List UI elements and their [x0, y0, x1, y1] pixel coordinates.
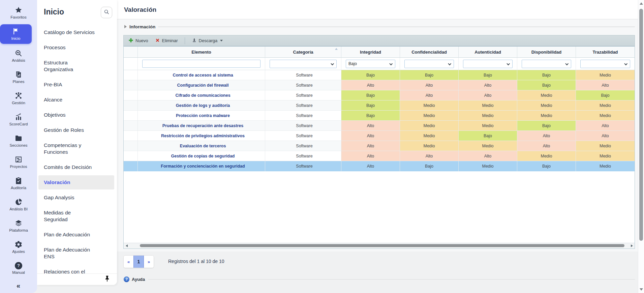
table-row[interactable]: Restricción de privilegios administrativ… — [124, 131, 635, 141]
elemento-link[interactable]: Control de accesos al sistema — [173, 73, 233, 78]
elemento-link[interactable]: Gestión de logs y auditoría — [176, 103, 230, 108]
integridad-filter-select[interactable]: Bajo — [346, 60, 395, 68]
sidebar-item-objetivos[interactable]: Objetivos — [44, 112, 112, 118]
row-selector-cell[interactable] — [124, 121, 138, 131]
row-selector-cell[interactable] — [124, 161, 138, 171]
sidebar-item-gap-analysis[interactable]: Gap Analysis — [44, 194, 112, 201]
scroll-down-button[interactable] — [638, 288, 644, 291]
collapse-section-icon[interactable] — [124, 25, 127, 28]
column-header-confidencialidad[interactable]: Confidencialidad — [400, 47, 459, 58]
collapse-sidebar-button[interactable]: « — [17, 282, 21, 290]
first-page-button[interactable]: « — [124, 256, 133, 268]
disponibilidad-value-cell: Alto — [517, 131, 576, 141]
elemento-link[interactable]: Configuración del firewall — [177, 83, 229, 88]
categoria-filter-select[interactable] — [270, 60, 337, 68]
last-page-button[interactable]: » — [144, 256, 154, 268]
column-header-elemento[interactable]: Elemento — [138, 47, 265, 58]
sidebar-item-pre-bia[interactable]: Pre-BIA — [44, 81, 112, 88]
scroll-up-button[interactable] — [638, 2, 644, 5]
sidebar-item-medidas-de-seguridad[interactable]: Medidas de Seguridad — [44, 209, 112, 223]
search-icon — [104, 9, 110, 16]
table-row[interactable]: Pruebas de recuperación ante desastresSo… — [124, 121, 635, 131]
download-button[interactable]: Descarga — [189, 36, 226, 45]
row-selector-cell[interactable] — [124, 80, 138, 90]
elemento-link[interactable]: Gestión de copias de seguridad — [171, 154, 235, 158]
row-selector-cell[interactable] — [124, 70, 138, 80]
search-button[interactable] — [101, 7, 112, 18]
filter-cell-integridad: Bajo — [341, 58, 400, 70]
rail-item-gestion[interactable]: Gestión — [0, 88, 37, 109]
help-icon[interactable]: ? — [124, 276, 129, 282]
rail-item-manual[interactable]: ?Manual — [0, 258, 37, 279]
elemento-link[interactable]: Protección contra malware — [176, 113, 230, 118]
rail-item-ajustes[interactable]: Ajustes — [0, 236, 37, 258]
column-header-autenticidad[interactable]: Autenticidad — [459, 47, 517, 58]
table-row[interactable]: Control de accesos al sistemaSoftwareBaj… — [124, 70, 635, 80]
horizontal-scrollbar[interactable] — [124, 243, 635, 248]
elemento-link[interactable]: Evaluación de terceros — [180, 144, 226, 148]
elemento-link[interactable]: Formación y concienciación en seguridad — [161, 164, 245, 169]
row-selector-cell[interactable] — [124, 111, 138, 121]
column-header-disponibilidad[interactable]: Disponibilidad — [517, 47, 576, 58]
scroll-left-button[interactable] — [124, 243, 129, 248]
new-button[interactable]: Nuevo — [126, 36, 151, 45]
table-row[interactable]: Configuración del firewallSoftwareAltoAl… — [124, 80, 635, 90]
delete-button[interactable]: Eliminar — [152, 36, 181, 45]
elemento-link[interactable]: Restricción de privilegios administrativ… — [161, 134, 245, 138]
row-selector-cell[interactable] — [124, 90, 138, 100]
row-selector-cell[interactable] — [124, 100, 138, 111]
column-header-categoria[interactable]: Categoría — [265, 47, 341, 58]
row-selector-cell[interactable] — [124, 131, 138, 141]
rail-item-auditoria[interactable]: Auditoría — [0, 173, 37, 194]
rail-item-plataforma[interactable]: Plataforma — [0, 215, 37, 236]
rail-item-analisis-bi[interactable]: Análisis BI — [0, 194, 37, 215]
sidebar-item-catalogo-de-servicios[interactable]: Catálogo de Servicios — [44, 29, 112, 36]
rail-item-scorecard[interactable]: ScoreCard — [0, 109, 37, 130]
autenticidad-filter-select[interactable] — [463, 60, 513, 68]
confidencialidad-filter-select[interactable] — [404, 60, 454, 68]
sidebar-item-estructura-organizativa[interactable]: Estructura Organizativa — [44, 59, 112, 73]
rail-item-analisis[interactable]: Análisis — [0, 45, 37, 66]
elemento-filter-input[interactable] — [142, 60, 260, 68]
rail-item-inicio[interactable]: Inicio — [0, 24, 32, 44]
rail-item-proyectos[interactable]: Proyectos — [0, 151, 37, 173]
sidebar-item-gestion-de-roles[interactable]: Gestión de Roles — [44, 127, 112, 134]
vertical-scrollbar[interactable] — [638, 0, 644, 293]
row-selector-cell[interactable] — [124, 141, 138, 151]
pin-sidebar-button[interactable] — [103, 274, 112, 285]
table-row[interactable]: Formación y concienciación en seguridadS… — [124, 161, 635, 171]
elemento-link[interactable]: Cifrado de comunicaciones — [175, 93, 230, 98]
rail-item-secciones[interactable]: Secciones — [0, 130, 37, 151]
table-row[interactable]: Protección contra malwareSoftwareBajoMed… — [124, 111, 635, 121]
categoria-cell: Software — [265, 111, 341, 121]
table-row[interactable]: Cifrado de comunicacionesSoftwareBajoAlt… — [124, 90, 635, 100]
sidebar-item-alcance[interactable]: Alcance — [44, 96, 112, 103]
trazabilidad-value-cell: Medio — [576, 161, 635, 171]
table-row[interactable]: Evaluación de tercerosSoftwareAltoMedioM… — [124, 141, 635, 151]
confidencialidad-value-cell: Bajo — [400, 70, 459, 80]
sidebar-item-competencias-y-funciones[interactable]: Competencias y Funciones — [44, 142, 112, 155]
help-divider — [148, 279, 635, 280]
categoria-cell: Software — [265, 100, 341, 111]
column-header-integridad[interactable]: Integridad — [341, 47, 400, 58]
disponibilidad-filter-select[interactable] — [522, 60, 571, 68]
layers-icon — [14, 219, 23, 227]
sidebar-item-valoracion[interactable]: Valoración — [38, 175, 114, 189]
row-selector-cell[interactable] — [124, 151, 138, 161]
trazabilidad-filter-select[interactable] — [580, 60, 630, 68]
horizontal-scrollbar-thumb[interactable] — [140, 244, 624, 247]
sidebar-item-procesos[interactable]: Procesos — [44, 44, 112, 51]
table-row[interactable]: Gestión de copias de seguridadSoftwareAl… — [124, 151, 635, 161]
vertical-scrollbar-thumb[interactable] — [639, 9, 643, 241]
sidebar-item-plan-de-adecuacion-ens[interactable]: Plan de Adecuación ENS — [44, 246, 112, 260]
rail-item-planes[interactable]: Planes — [0, 66, 37, 88]
column-header-trazabilidad[interactable]: Trazabilidad — [576, 47, 635, 58]
rail-item-favoritos[interactable]: Favoritos — [0, 2, 37, 23]
scroll-right-button[interactable] — [629, 243, 635, 248]
elemento-link[interactable]: Pruebas de recuperación ante desastres — [162, 123, 243, 128]
sidebar-item-plan-de-adecuacion[interactable]: Plan de Adecuación — [44, 231, 112, 238]
sidebar-item-comites-de-decision[interactable]: Comités de Decisión — [44, 164, 112, 171]
table-row[interactable]: Gestión de logs y auditoríaSoftwareBajoM… — [124, 100, 635, 111]
confidencialidad-value-cell: Bajo — [400, 161, 459, 171]
current-page-button[interactable]: 1 — [133, 256, 144, 268]
